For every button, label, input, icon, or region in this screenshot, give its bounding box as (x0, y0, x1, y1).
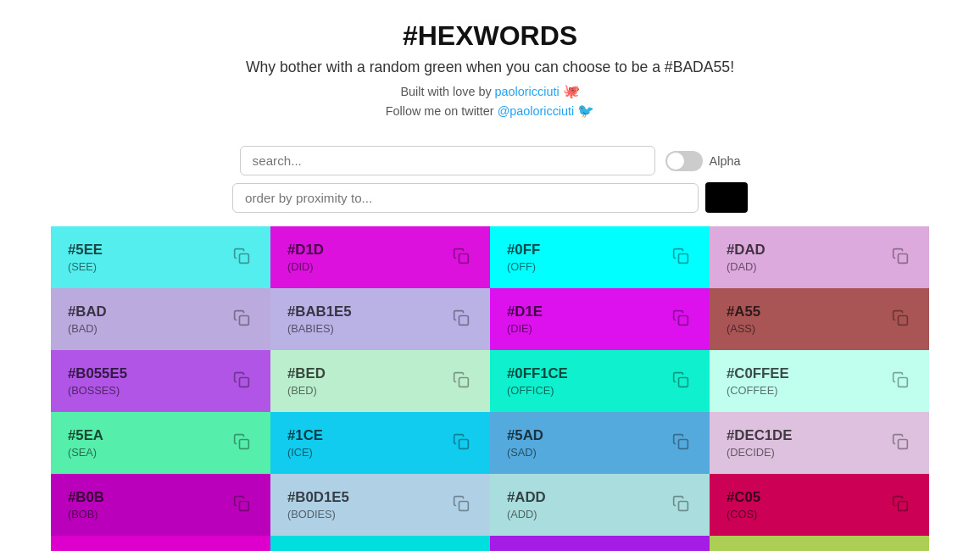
copy-button[interactable] (230, 306, 253, 332)
copy-button[interactable] (449, 244, 473, 270)
svg-rect-0 (240, 254, 249, 264)
copy-button[interactable] (669, 306, 693, 332)
color-card[interactable]: #ACCE55 (ACCESS) (710, 536, 929, 551)
copy-button[interactable] (230, 430, 253, 456)
color-card[interactable]: #C0FFEE (COFFEE) (710, 350, 929, 412)
color-card[interactable]: #5AD (SAD) (490, 412, 710, 474)
color-card[interactable]: #0FF1CE (OFFICE) (490, 350, 710, 412)
color-card[interactable]: #BAB1E5 (BABIES) (270, 288, 490, 350)
color-info: #DEC1DE (DECIDE) (727, 427, 792, 459)
built-by: Built with love by paoloricciuti 🐙 (0, 83, 980, 99)
copy-icon (892, 248, 909, 264)
color-word: (ADD) (507, 508, 546, 520)
copy-button[interactable] (230, 368, 253, 394)
svg-rect-13 (459, 440, 469, 449)
color-info: #1CE (ICE) (287, 427, 323, 459)
color-card[interactable]: #D0C (DOC) (51, 536, 270, 551)
color-hex: #BED (287, 365, 326, 382)
color-word: (BOB) (68, 508, 104, 520)
tagline: Why bother with a random green when you … (0, 58, 980, 76)
search-input[interactable] (240, 146, 655, 175)
copy-icon (453, 371, 470, 388)
copy-icon (892, 309, 909, 326)
copy-icon (892, 433, 909, 450)
copy-icon (672, 433, 689, 450)
color-card[interactable]: #5EA (SEA) (51, 412, 270, 474)
color-info: #B0D1E5 (BODIES) (287, 489, 349, 520)
color-info: #A55 (ASS) (727, 303, 760, 335)
color-card[interactable]: #D1E (DIE) (490, 288, 710, 350)
proximity-input[interactable] (232, 183, 699, 213)
color-word: (OFF) (507, 260, 540, 273)
color-word: (BAD) (68, 322, 107, 335)
copy-button[interactable] (669, 492, 693, 518)
alpha-toggle[interactable] (665, 151, 703, 171)
copy-button[interactable] (669, 244, 693, 270)
color-hex: #5EA (68, 427, 103, 444)
copy-icon (892, 371, 909, 388)
color-card[interactable]: #1CE (ICE) (270, 412, 490, 474)
color-hex: #1CE (287, 427, 323, 444)
color-info: #BAD (BAD) (68, 303, 107, 335)
copy-button[interactable] (449, 306, 473, 332)
color-card[interactable]: #0FF (OFF) (490, 226, 710, 288)
copy-button[interactable] (449, 492, 473, 518)
color-info: #5EA (SEA) (68, 427, 103, 459)
twitter-link[interactable]: @paoloricciuti (498, 104, 575, 118)
color-card[interactable]: #B055E5 (BOSSES) (51, 350, 270, 412)
color-word: (BABIES) (287, 322, 352, 335)
svg-rect-1 (459, 254, 469, 264)
proximity-row (232, 182, 748, 213)
copy-button[interactable] (230, 244, 253, 270)
color-info: #BED (BED) (287, 365, 326, 397)
color-card[interactable]: #C05 (COS) (710, 474, 929, 536)
twitter-follow: Follow me on twitter @paoloricciuti 🐦 (0, 103, 980, 119)
twitter-icon: 🐦 (577, 103, 594, 118)
color-card[interactable]: #DAD (DAD) (710, 226, 929, 288)
color-card[interactable]: #ADD (ADD) (490, 474, 710, 536)
copy-button[interactable] (888, 430, 912, 456)
copy-button[interactable] (230, 492, 253, 518)
color-card[interactable]: #DEC1DE (DECIDE) (710, 412, 929, 474)
copy-button[interactable] (888, 492, 912, 518)
color-card[interactable]: #0DD (ODD) (270, 536, 490, 551)
color-hex: #5EE (68, 242, 103, 259)
svg-rect-11 (899, 378, 908, 387)
color-hex: #A55 (727, 303, 760, 320)
color-card[interactable]: #B0B (BOB) (51, 474, 270, 536)
color-card[interactable]: #BED (BED) (270, 350, 490, 412)
copy-icon (233, 248, 250, 264)
color-hex: #BAD (68, 303, 107, 320)
svg-rect-3 (899, 254, 908, 264)
color-card[interactable]: #A55 (ASS) (710, 288, 929, 350)
svg-rect-19 (899, 502, 908, 511)
color-swatch[interactable] (705, 182, 748, 213)
copy-button[interactable] (669, 368, 693, 394)
copy-icon (233, 433, 250, 450)
svg-rect-17 (459, 502, 469, 511)
copy-button[interactable] (888, 368, 912, 394)
color-card[interactable]: #A51DE5 (ASIDES) (490, 536, 710, 551)
page-header: #HEXWORDS Why bother with a random green… (0, 0, 980, 136)
color-word: (OFFICE) (507, 384, 568, 397)
color-hex: #B055E5 (68, 365, 127, 382)
color-hex: #DAD (727, 242, 766, 259)
color-word: (DIE) (507, 322, 543, 335)
color-card[interactable]: #5EE (SEE) (51, 226, 270, 288)
color-card[interactable]: #B0D1E5 (BODIES) (270, 474, 490, 536)
copy-button[interactable] (888, 244, 912, 270)
copy-button[interactable] (449, 430, 473, 456)
svg-rect-16 (240, 502, 249, 511)
color-card[interactable]: #BAD (BAD) (51, 288, 270, 350)
copy-icon (453, 309, 470, 326)
color-card[interactable]: #D1D (DID) (270, 226, 490, 288)
color-info: #0FF1CE (OFFICE) (507, 365, 568, 397)
copy-button[interactable] (888, 306, 912, 332)
svg-rect-4 (240, 316, 249, 326)
svg-rect-2 (679, 254, 688, 264)
copy-icon (453, 248, 470, 264)
copy-button[interactable] (449, 368, 473, 394)
copy-button[interactable] (669, 430, 693, 456)
author-link[interactable]: paoloricciuti (495, 85, 560, 98)
color-info: #B055E5 (BOSSES) (68, 365, 127, 397)
